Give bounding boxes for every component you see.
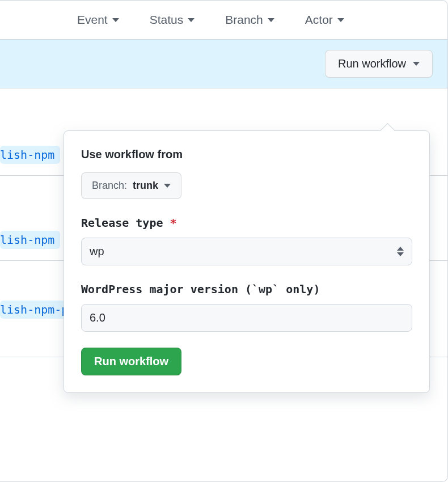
branch-selector[interactable]: Branch: trunk (81, 172, 181, 199)
caret-down-icon (337, 18, 344, 22)
run-workflow-dropdown[interactable]: Run workflow (325, 50, 433, 78)
filter-event-label: Event (77, 13, 108, 27)
filter-actor-label: Actor (305, 13, 333, 27)
popover-title: Use workflow from (81, 148, 412, 161)
filter-branch-label: Branch (225, 13, 263, 27)
caret-down-icon (188, 18, 195, 22)
branch-prefix: Branch: (92, 180, 127, 192)
run-workflow-label: Run workflow (338, 57, 406, 70)
wp-version-label: WordPress major version (`wp` only) (81, 282, 412, 296)
release-type-value: wp (90, 245, 104, 258)
workflow-dispatch-banner: Run workflow (0, 40, 447, 88)
caret-down-icon (164, 184, 171, 188)
run-workflow-submit[interactable]: Run workflow (81, 348, 181, 375)
branch-pill[interactable]: lish-npm (0, 231, 60, 249)
release-type-select[interactable]: wp (81, 238, 412, 265)
filter-bar: Event Status Branch Actor (0, 1, 447, 40)
branch-pill[interactable]: lish-npm (0, 146, 60, 164)
run-workflow-popover: Use workflow from Branch: trunk Release … (64, 130, 430, 393)
required-asterisk: * (170, 216, 177, 230)
wp-version-input[interactable] (81, 304, 412, 332)
caret-down-icon (268, 18, 274, 22)
run-workflow-submit-label: Run workflow (94, 355, 168, 368)
filter-actor[interactable]: Actor (305, 13, 344, 27)
filter-event[interactable]: Event (77, 13, 119, 27)
sort-icon (397, 247, 404, 256)
filter-branch[interactable]: Branch (225, 13, 274, 27)
release-type-label-text: Release type (81, 216, 163, 230)
filter-status-label: Status (150, 13, 184, 27)
filter-status[interactable]: Status (150, 13, 195, 27)
caret-down-icon (112, 18, 119, 22)
release-type-label: Release type * (81, 216, 412, 230)
branch-value: trunk (133, 180, 158, 192)
caret-down-icon (413, 62, 420, 66)
